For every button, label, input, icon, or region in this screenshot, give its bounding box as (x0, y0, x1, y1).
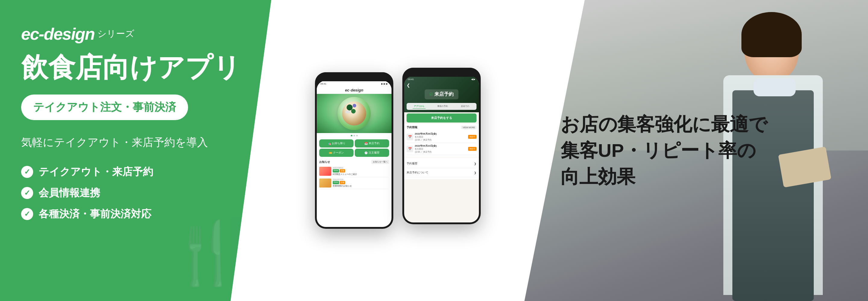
view-more[interactable]: VIEW MORE (461, 126, 476, 129)
res-info-1: 2022年08月26日(金) 名古屋店 12:00 ／ 来店予約 (415, 132, 467, 141)
res-date-2: 2022年09月23日(金) (415, 144, 467, 147)
res-badge-2: 確認付 (468, 147, 476, 151)
subtitle: 気軽にテイクアウト・来店予約を導入 (21, 135, 250, 150)
calendar-icon: 📅 (364, 142, 368, 145)
about-label: 来店予約について (407, 171, 428, 175)
reservation-item-1: 📅 2022年08月26日(金) 名古屋店 12:00 ／ 来店予約 確認付 (407, 131, 476, 143)
left-section: ec-design シリーズ 飲食店向けアプリ テイクアウト注文・事前決済 気軽… (0, 0, 271, 301)
yoyaku-title: 予約情報 (407, 126, 417, 129)
phone1-notch (342, 75, 366, 79)
brand-logo: ec-design (21, 24, 94, 44)
utensil-decoration: 🍴 (169, 223, 247, 283)
news-thumb-2 (319, 178, 331, 188)
res-store-2: 名古屋店 (415, 147, 467, 150)
history-button[interactable]: 🕐 注文履歴 (355, 149, 389, 157)
tag-button: テイクアウト注文・事前決済 (21, 95, 188, 120)
chevron-right-icon-2: ❯ (474, 171, 476, 174)
phone1-buttons: 🛍️ お持ち帰り 📅 来店予約 🎫 クーポン 🕐 注文履歴 (317, 138, 392, 158)
feature-label-1: テイクアウト・来店予約 (38, 165, 153, 179)
news-content-1: 2022/08/01 News 店舗 8月限定メニューのご紹介 (333, 167, 389, 176)
phone2-signal: ◀ ▶ (471, 78, 475, 81)
feature-item-1: テイクアウト・来店予約 (21, 165, 250, 179)
phone1-statusbar: 09:41 ▶ ▶ ▶ (317, 81, 392, 87)
phone1-logo: ec-design (345, 88, 364, 92)
phone1-dots (317, 133, 392, 138)
feature-label-3: 各種決済・事前決済対応 (38, 207, 151, 221)
check-icon-3 (21, 208, 33, 220)
takeout-label: お持ち帰り (332, 141, 345, 145)
news-tags-2: News 店舗 (333, 181, 389, 184)
res-time-1: 12:00 ／ 来店予約 (415, 138, 467, 141)
news-content-2: 2022/07/09 News 店舗 営業時間のお知らせ (333, 178, 389, 188)
phone2-reservation-section: 予約情報 VIEW MORE 📅 2022年08月26日(金) 名古屋店 12:… (404, 124, 479, 157)
news-title-2: 営業時間のお知らせ (333, 185, 389, 188)
brand-series: シリーズ (97, 28, 134, 40)
news-thumb-1 (319, 167, 331, 176)
calendar-icon-2: 📅 (407, 146, 413, 152)
middle-section: 09:41 ▶ ▶ ▶ ec-design (247, 0, 524, 301)
coupon-button[interactable]: 🎫 クーポン (319, 149, 353, 157)
news-date-2: 2022/07/09 (333, 178, 389, 180)
res-store-1: 名古屋店 (415, 135, 467, 138)
dot-2 (353, 135, 355, 136)
right-line-3: 向上効果 (561, 163, 767, 190)
check-icon-2 (21, 187, 33, 199)
reserve-label: 来店予約をする (431, 116, 452, 120)
phone-2: 09:41 ◀ ▶ ❮ ☑ 来店予約 アプ (402, 68, 481, 224)
history-label: 注文履歴 (369, 151, 379, 155)
tag-news-1: News (333, 169, 339, 172)
phone2-notch (430, 70, 454, 75)
calendar-icon-1: 📅 (407, 134, 413, 140)
phone2-screen: 09:41 ◀ ▶ ❮ ☑ 来店予約 アプ (404, 76, 479, 223)
coupon-icon: 🎫 (329, 152, 332, 155)
news-title: お知らせ (319, 160, 330, 164)
history-item-1[interactable]: 予約履歴 ❯ (407, 159, 476, 168)
res-date-1: 2022年08月26日(金) (415, 132, 467, 135)
news-item-2: 2022/07/09 News 店舗 営業時間のお知らせ (319, 177, 389, 189)
phone1-food-image (317, 94, 392, 133)
reservation-item-2: 📅 2022年09月23日(金) 名古屋店 12:00 ／ 来店予約 確認付 (407, 143, 476, 155)
logo-area: ec-design シリーズ (21, 24, 250, 44)
history-label: 予約履歴 (407, 162, 417, 166)
tag-news-2: News (333, 181, 339, 184)
news-item-1: 2022/08/01 News 店舗 8月限定メニューのご紹介 (319, 166, 389, 177)
tag-store-2: 店舗 (340, 181, 345, 184)
phone2-statusbar: 09:41 ◀ ▶ (404, 76, 479, 82)
phone-1: 09:41 ▶ ▶ ▶ ec-design (315, 72, 393, 229)
reservation-title: 来店予約 (434, 91, 454, 98)
news-title-1: 8月限定メニューのご紹介 (333, 173, 389, 176)
phone2-nav-tabs: アプリから 事前の予約 店頭での (407, 103, 476, 110)
phone2-history: 予約履歴 ❯ 来店予約について ❯ (404, 158, 479, 179)
nav-tab-2[interactable]: 事前の予約 (436, 104, 449, 109)
phone2-time: 09:41 (408, 78, 414, 81)
nav-tab-1[interactable]: アプリから (412, 104, 426, 109)
visit-button[interactable]: 📅 来店予約 (355, 139, 389, 147)
reserve-button[interactable]: 来店予約をする (407, 113, 476, 123)
section-header: 予約情報 VIEW MORE (407, 126, 476, 129)
coupon-label: クーポン (333, 151, 344, 155)
feature-label-2: 会員情報連携 (38, 186, 100, 200)
phone1-signal: ▶ ▶ ▶ (381, 82, 388, 85)
news-date-1: 2022/08/01 (333, 167, 389, 169)
phones-container: 09:41 ▶ ▶ ▶ ec-design (315, 72, 481, 229)
res-badge-1: 確認付 (468, 135, 476, 139)
res-info-2: 2022年09月23日(金) 名古屋店 12:00 ／ 来店予約 (415, 144, 467, 154)
check-icon-1 (21, 166, 33, 178)
visit-label: 来店予約 (369, 141, 379, 145)
history-item-2[interactable]: 来店予約について ❯ (407, 168, 476, 177)
tag-store-1: 店舗 (340, 169, 345, 172)
dot-1 (351, 135, 352, 136)
phone1-screen: 09:41 ▶ ▶ ▶ ec-design (317, 81, 392, 227)
res-time-2: 12:00 ／ 来店予約 (415, 150, 467, 154)
chevron-right-icon-1: ❯ (474, 162, 476, 165)
phone1-banner (317, 94, 392, 133)
feature-item-2: 会員情報連携 (21, 186, 250, 200)
history-icon: 🕐 (364, 152, 368, 155)
news-more[interactable]: お知らせ一覧へ (371, 160, 389, 164)
right-text-overlay: お店の集客強化に最適で 集客UP・リピート率の 向上効果 (561, 111, 767, 190)
right-section: お店の集客強化に最適で 集客UP・リピート率の 向上効果 (524, 0, 868, 301)
phone1-time: 09:41 (320, 82, 327, 85)
takeout-button[interactable]: 🛍️ お持ち帰り (319, 139, 353, 147)
nav-tab-3[interactable]: 店頭での (460, 104, 470, 109)
right-line-2: 集客UP・リピート率の (561, 138, 767, 164)
